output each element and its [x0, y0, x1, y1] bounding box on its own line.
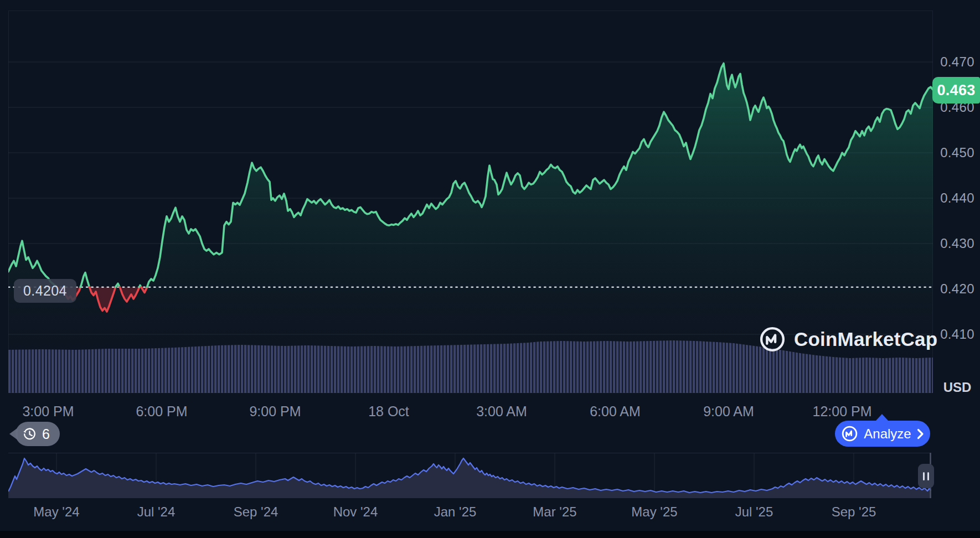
time-tick-label: 9:00 AM	[703, 404, 754, 420]
navigator-area-fill	[8, 458, 931, 498]
handle-bar-icon	[923, 472, 925, 480]
time-tick-label: 18 Oct	[368, 404, 409, 420]
watermark-text: CoinMarketCap	[794, 328, 937, 350]
analyze-button[interactable]: Analyze	[835, 421, 930, 447]
price-tick-label: 0.420	[937, 281, 978, 297]
history-badge[interactable]: 6	[9, 422, 60, 446]
navigator-range-handle[interactable]	[918, 464, 934, 488]
currency-unit-label: USD	[937, 380, 978, 395]
price-chart-screen: 0.4700.4600.4500.4400.4300.4200.410 0.46…	[0, 0, 980, 538]
reference-price-value: 0.4204	[23, 283, 67, 298]
history-clock-icon	[22, 427, 37, 442]
analyze-logo-icon	[841, 425, 858, 442]
month-tick-label: Jan '25	[434, 504, 477, 520]
time-tick-label: 12:00 PM	[812, 404, 871, 420]
month-tick-label: Mar '25	[533, 504, 576, 520]
bottom-divider	[0, 531, 980, 538]
month-tick-label: May '25	[631, 504, 677, 520]
current-price-value: 0.463	[937, 82, 975, 99]
month-tick-label: Nov '24	[333, 504, 378, 520]
range-navigator-svg[interactable]	[8, 453, 931, 498]
price-tick-label: 0.450	[937, 145, 978, 161]
month-tick-label: Jul '24	[137, 504, 176, 520]
coinmarketcap-logo-icon	[759, 325, 786, 353]
history-count: 6	[42, 426, 50, 442]
month-tick-label: Sep '25	[832, 504, 876, 520]
price-tick-label: 0.440	[937, 190, 978, 206]
price-tick-label: 0.470	[937, 54, 978, 70]
month-tick-label: Sep '24	[234, 504, 278, 520]
time-tick-label: 6:00 PM	[136, 404, 187, 420]
time-tick-label: 6:00 AM	[590, 404, 641, 420]
coinmarketcap-watermark: CoinMarketCap	[759, 325, 937, 353]
month-tick-label: May '24	[33, 504, 79, 520]
price-tick-label: 0.410	[937, 327, 978, 342]
analyze-label: Analyze	[864, 426, 911, 442]
reference-price-label: 0.4204	[14, 279, 76, 303]
time-tick-label: 3:00 PM	[22, 404, 74, 420]
current-price-badge: 0.463	[932, 77, 980, 104]
price-tick-label: 0.430	[937, 236, 978, 251]
chevron-right-icon	[917, 428, 924, 439]
month-tick-label: Jul '25	[735, 504, 773, 520]
time-tick-label: 3:00 AM	[476, 404, 527, 420]
time-tick-label: 9:00 PM	[249, 404, 301, 420]
history-badge-body: 6	[16, 422, 60, 446]
handle-bar-icon	[927, 472, 929, 480]
